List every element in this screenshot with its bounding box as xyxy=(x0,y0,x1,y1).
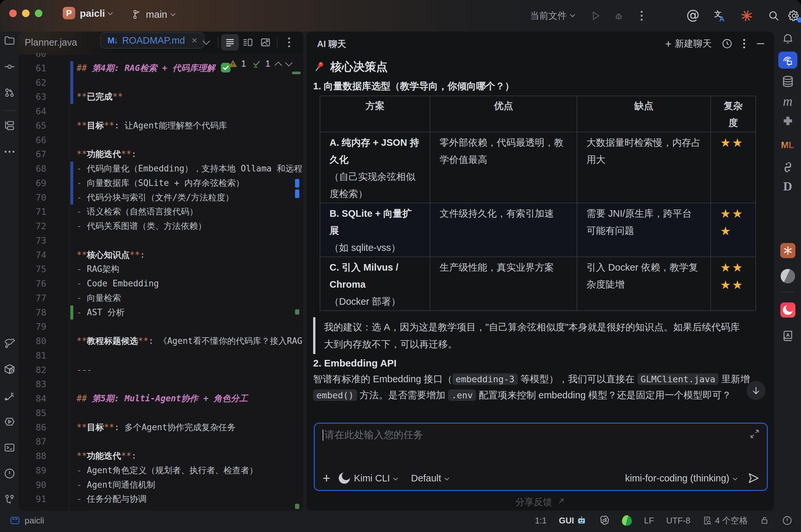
editor-more-options-icon[interactable] xyxy=(280,34,298,51)
line-number: 84 xyxy=(19,392,46,406)
documentation-tool-icon[interactable]: A xyxy=(775,326,801,345)
chat-more-options-icon[interactable] xyxy=(743,38,746,49)
line-number: 86 xyxy=(19,420,46,435)
md-split-view-button[interactable] xyxy=(239,34,257,51)
pushpin-emoji xyxy=(313,60,326,74)
search-everywhere-icon[interactable] xyxy=(760,10,787,22)
close-tab-icon[interactable]: × xyxy=(191,35,198,46)
dependencies-tool-icon[interactable] xyxy=(0,360,19,378)
error-status-icon[interactable] xyxy=(782,515,793,526)
tab-roadmap-md[interactable]: M↓ ROADMAP.md × xyxy=(100,32,204,49)
python-plugin-icon[interactable] xyxy=(775,157,801,177)
md-preview-view-button[interactable] xyxy=(257,34,274,51)
table-cell: 零外部依赖，代码最透明，教学价值最高 xyxy=(430,132,577,203)
close-window-button[interactable] xyxy=(9,10,17,17)
line-number: 77 xyxy=(19,291,46,305)
branch-widget[interactable]: main xyxy=(131,7,175,22)
expand-input-icon[interactable] xyxy=(750,429,760,440)
table-cell: C. 引入 Milvus / Chroma（Docker 部署） xyxy=(320,257,430,311)
more-tools-icon[interactable] xyxy=(0,142,19,161)
project-name[interactable]: paicli xyxy=(80,8,105,19)
md-source-view-button[interactable] xyxy=(221,34,239,51)
run-config-selector[interactable]: 当前文件 xyxy=(530,10,574,22)
prev-problem-icon[interactable] xyxy=(275,62,282,69)
new-chat-button[interactable]: + 新建聊天 xyxy=(665,37,712,50)
scroll-to-bottom-button[interactable] xyxy=(746,381,765,400)
debug-button[interactable] xyxy=(607,10,630,21)
openai-status-icon[interactable] xyxy=(599,515,610,526)
line-ending-selector[interactable]: LF xyxy=(644,516,654,526)
plugin-star-icon[interactable] xyxy=(733,9,760,22)
caret-position[interactable]: 1:1 xyxy=(535,516,547,526)
editor-line-62: 62 xyxy=(19,76,303,90)
commit-tool-icon[interactable] xyxy=(0,57,19,76)
text-cursor xyxy=(323,430,323,441)
table-cell: ★★ xyxy=(711,132,756,203)
d-plugin-icon[interactable]: D xyxy=(775,176,801,196)
chat-input-box[interactable]: 请在此处输入您的任务 + Kimi CLI Default kimi-for-c… xyxy=(314,423,768,491)
project-chevron-icon xyxy=(108,10,113,15)
database-tool-icon[interactable] xyxy=(775,72,801,91)
tool-window-icon[interactable] xyxy=(11,517,19,524)
run-button[interactable] xyxy=(584,10,607,21)
services-tool-icon[interactable] xyxy=(0,413,19,431)
indent-selector[interactable]: 4 个空格 xyxy=(703,515,748,527)
editor-content[interactable]: 6061## 第4期: RAG检索 + 代码库理解 6263**已完成**646… xyxy=(19,53,303,511)
zoom-window-button[interactable] xyxy=(35,10,42,17)
model-selector[interactable]: kimi-for-coding (thinking) xyxy=(625,473,730,484)
mermaid-plugin-icon[interactable]: m xyxy=(775,91,801,111)
cylinder-plugin-icon[interactable] xyxy=(775,266,801,286)
ai-assistant-icon[interactable]: @ xyxy=(679,9,706,22)
line-number: 79 xyxy=(19,320,46,334)
warning-icon xyxy=(228,59,238,69)
green-plugin-status-icon[interactable] xyxy=(622,515,632,526)
ml-plugin-icon[interactable]: ML xyxy=(775,135,801,155)
status-project-name[interactable]: paicli xyxy=(25,516,44,526)
editor-line-80: 80**教程标题候选**: 《Agent看不懂你的代码库？接入RAG，让 xyxy=(19,334,303,348)
problems-tool-icon[interactable] xyxy=(0,464,19,483)
kimi-plugin-icon[interactable] xyxy=(775,300,801,320)
branch-name: main xyxy=(146,9,167,20)
notifications-bell-icon[interactable] xyxy=(775,28,801,48)
attach-button[interactable]: + xyxy=(323,472,330,485)
editor-line-72: 72- 代码关系图谱（类、方法依赖） xyxy=(19,219,303,233)
line-number: 89 xyxy=(19,463,46,478)
pull-requests-tool-icon[interactable] xyxy=(0,83,19,102)
ai-chat-tool-icon[interactable] xyxy=(775,50,801,70)
send-button[interactable] xyxy=(747,472,760,485)
minimize-window-button[interactable] xyxy=(22,10,30,17)
build-tool-icon[interactable] xyxy=(0,334,19,353)
branch-chevron-icon xyxy=(170,11,176,16)
git-tool-icon[interactable] xyxy=(0,490,19,509)
gui-status[interactable]: GUI xyxy=(559,516,586,526)
project-icon[interactable]: P xyxy=(63,7,75,19)
change-marker-blue xyxy=(70,190,73,205)
tab-planner-java[interactable]: Planner.java xyxy=(25,32,77,53)
terminal-tool-icon[interactable] xyxy=(0,438,19,457)
hide-panel-icon[interactable] xyxy=(756,38,765,49)
next-problem-icon[interactable] xyxy=(285,59,293,66)
table-header: 复杂度 xyxy=(711,96,756,132)
right-toolbar-divider xyxy=(781,291,795,292)
settings-notification-dot xyxy=(797,17,801,23)
translate-icon[interactable]: 文 A xyxy=(706,9,733,22)
tab-list-chevron-icon[interactable] xyxy=(198,34,215,51)
orange-plugin-icon[interactable] xyxy=(775,241,801,261)
external-link-icon xyxy=(557,497,565,505)
share-feedback-link[interactable]: 分享反馈 xyxy=(306,496,774,508)
agent-selector[interactable]: Kimi CLI xyxy=(354,473,390,484)
lock-status-icon[interactable] xyxy=(760,516,770,526)
inspections-widget[interactable]: 1 1 xyxy=(228,58,292,69)
more-actions-button[interactable] xyxy=(630,10,653,22)
editor-line-86: 86**目标**: 多个Agent协作完成复杂任务 xyxy=(19,420,303,435)
profiler-tool-icon[interactable] xyxy=(0,386,19,405)
structure-tool-icon[interactable] xyxy=(0,116,19,135)
mode-selector[interactable]: Default xyxy=(411,473,441,484)
scrollbar-mark-blue-1 xyxy=(295,179,299,188)
project-tool-icon[interactable] xyxy=(0,32,19,50)
settings-gear-icon[interactable] xyxy=(787,10,801,22)
plugin-shape-icon[interactable] xyxy=(775,111,801,131)
chat-history-icon[interactable] xyxy=(722,38,733,49)
encoding-selector[interactable]: UTF-8 xyxy=(666,516,691,526)
line-number: 81 xyxy=(19,348,46,363)
